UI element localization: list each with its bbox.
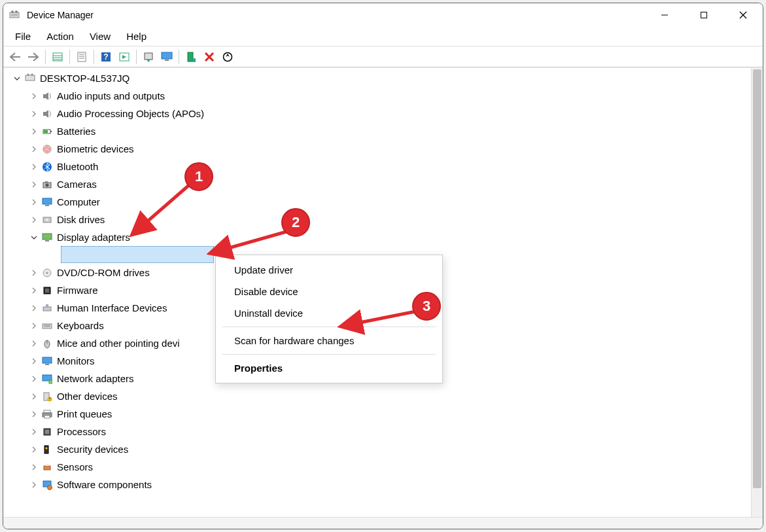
ctx-update-driver[interactable]: Update driver [216, 259, 442, 281]
chevron-right-icon[interactable] [29, 268, 39, 277]
tree-item-label: Bluetooth [57, 161, 98, 172]
svg-rect-74 [44, 446, 48, 453]
properties-button[interactable] [73, 48, 90, 65]
svg-text:?: ? [103, 52, 108, 62]
ctx-disable-device[interactable]: Disable device [216, 281, 442, 302]
tree-item[interactable]: Audio inputs and outputs [7, 87, 751, 105]
tree-item[interactable]: ?Other devices [7, 387, 751, 405]
toolbar: ? [3, 46, 763, 67]
chevron-right-icon[interactable] [29, 427, 39, 436]
show-hidden-button[interactable] [49, 48, 66, 65]
other-icon: ? [41, 391, 53, 402]
hid-icon [41, 302, 53, 314]
tree-item[interactable]: Bluetooth [7, 158, 751, 175]
minimize-button[interactable] [645, 3, 684, 27]
chevron-right-icon[interactable] [29, 92, 39, 101]
chevron-right-icon[interactable] [29, 215, 39, 224]
scan-button[interactable] [219, 48, 236, 65]
annotation-arrow-2 [203, 228, 294, 260]
menu-view[interactable]: View [82, 28, 118, 44]
chevron-right-icon[interactable] [29, 410, 39, 419]
action-button[interactable] [116, 48, 133, 65]
svg-point-31 [27, 73, 29, 75]
svg-point-39 [44, 147, 50, 152]
svg-rect-73 [45, 430, 49, 434]
chevron-right-icon[interactable] [29, 321, 39, 330]
svg-rect-62 [43, 357, 52, 363]
tree-item[interactable]: Batteries [7, 122, 751, 140]
chevron-right-icon[interactable] [29, 162, 39, 171]
chevron-right-icon[interactable] [29, 286, 39, 295]
menu-action[interactable]: Action [39, 28, 82, 44]
speaker-icon [41, 90, 53, 102]
chevron-right-icon[interactable] [29, 180, 39, 189]
disc-icon [41, 267, 53, 279]
menu-help[interactable]: Help [118, 28, 154, 44]
svg-rect-65 [49, 380, 52, 383]
tree-item[interactable]: Biometric devices [7, 140, 751, 158]
chevron-right-icon[interactable] [29, 109, 39, 118]
chevron-right-icon[interactable] [29, 445, 39, 454]
forward-button[interactable] [25, 48, 42, 65]
tree-item-label: Other devices [57, 391, 118, 402]
chevron-right-icon[interactable] [29, 357, 39, 366]
titlebar: Device Manager [3, 3, 763, 27]
tree-item-label: Keyboards [57, 320, 104, 331]
chevron-right-icon[interactable] [29, 463, 39, 472]
chevron-right-icon[interactable] [29, 392, 39, 401]
tree-item[interactable]: Software components [7, 476, 751, 493]
scroll-thumb[interactable] [753, 69, 761, 488]
tree-item[interactable]: Sensors [7, 458, 751, 476]
chevron-right-icon[interactable] [29, 127, 39, 136]
tree-item-label: Cameras [57, 179, 97, 190]
chevron-right-icon[interactable] [29, 480, 39, 489]
tree-item-label: Firmware [57, 285, 98, 296]
chevron-down-icon[interactable] [12, 74, 22, 83]
svg-rect-50 [45, 240, 49, 241]
tree-root[interactable]: DESKTOP-4L537JQ [7, 69, 751, 87]
svg-rect-5 [701, 12, 707, 18]
svg-point-79 [48, 485, 52, 489]
uninstall-button[interactable] [201, 48, 218, 65]
svg-rect-76 [44, 466, 50, 470]
chip-icon [41, 285, 53, 296]
tree-item[interactable]: Computer [7, 193, 751, 211]
enable-button[interactable] [183, 48, 200, 65]
menu-file[interactable]: File [7, 28, 39, 44]
chevron-right-icon[interactable] [29, 374, 39, 383]
chevron-right-icon[interactable] [29, 145, 39, 154]
chevron-down-icon[interactable] [29, 233, 39, 242]
svg-point-75 [46, 447, 48, 449]
maximize-button[interactable] [684, 3, 723, 27]
vertical-scrollbar[interactable] [751, 68, 763, 517]
tree-item[interactable]: Print queues [7, 405, 751, 423]
tree-item[interactable]: Security devices [7, 440, 751, 458]
printer-icon [41, 408, 53, 420]
tree-item[interactable]: Disk drives [7, 211, 751, 228]
tree-item-label: Software components [57, 479, 152, 490]
tree-item[interactable]: Display adapters [7, 228, 751, 246]
svg-rect-37 [44, 130, 48, 133]
ctx-properties[interactable]: Properties [216, 357, 442, 379]
help-button[interactable]: ? [97, 48, 114, 65]
svg-rect-54 [45, 289, 49, 293]
tree-item[interactable]: Audio Processing Objects (APOs) [7, 105, 751, 122]
svg-rect-55 [43, 307, 51, 311]
svg-rect-49 [43, 234, 52, 239]
bluetooth-icon [41, 161, 53, 173]
tree-item-label: Audio Processing Objects (APOs) [57, 108, 204, 119]
svg-marker-29 [226, 54, 230, 57]
close-button[interactable] [723, 3, 763, 27]
toolbar-separator [45, 50, 46, 64]
chevron-right-icon[interactable] [29, 304, 39, 313]
tree-item[interactable]: Processors [7, 423, 751, 440]
tree-item-label: Network adapters [57, 373, 134, 384]
back-button[interactable] [7, 48, 24, 65]
chevron-right-icon[interactable] [29, 198, 39, 207]
svg-point-52 [46, 272, 48, 274]
tree-item[interactable]: Cameras [7, 175, 751, 193]
chevron-right-icon[interactable] [29, 339, 39, 348]
update-driver-button[interactable] [140, 48, 157, 65]
monitor-button[interactable] [158, 48, 175, 65]
window-controls [645, 3, 763, 27]
